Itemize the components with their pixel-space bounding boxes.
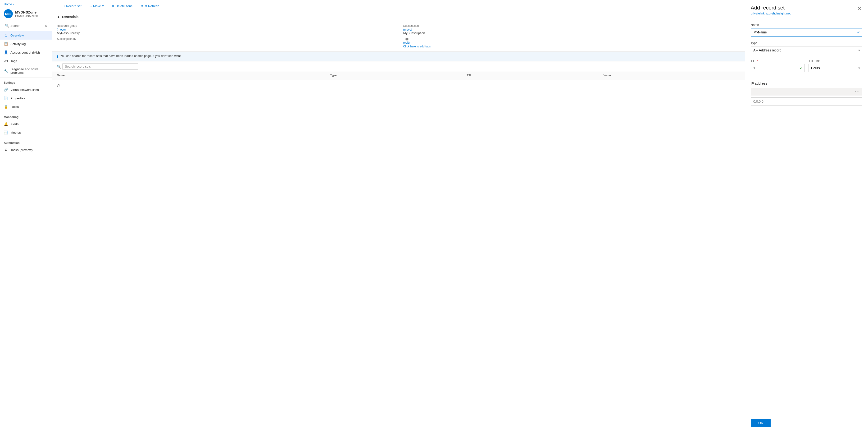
panel-body: Name ✓ Type A – Address record AAAA – IP… [745, 18, 868, 414]
virtual-network-icon: 🔗 [4, 88, 8, 92]
subscription-move-link[interactable]: (move) [403, 28, 412, 31]
move-button[interactable]: → Move ▾ [86, 2, 107, 9]
ip-address-input[interactable] [751, 97, 862, 105]
sidebar-item-iam[interactable]: 👤 Access control (IAM) [0, 48, 52, 57]
col-name: Name [57, 74, 330, 77]
activity-log-icon: 📋 [4, 42, 8, 46]
sidebar-header: DNS MYDNSZone Private DNS zone [0, 7, 52, 20]
ttl-unit-select-wrapper: Seconds Minutes Hours Days ▾ [808, 64, 863, 72]
name-input[interactable] [751, 28, 862, 36]
info-text: You can search for record sets that have… [60, 54, 181, 58]
monitoring-section-label: Monitoring [0, 112, 52, 120]
sidebar-item-label: Access control (IAM) [10, 51, 40, 54]
ip-toolbar-more-icon[interactable]: ··· [855, 89, 860, 94]
sidebar-item-label: Tags [10, 59, 17, 63]
search-record-icon: 🔍 [57, 65, 61, 68]
essentials-header[interactable]: ▲ Essentials [52, 12, 745, 21]
sidebar-item-diagnose[interactable]: 🔧 Diagnose and solve problems [0, 65, 52, 76]
ttl-unit-col: TTL unit Seconds Minutes Hours Days ▾ [808, 59, 863, 77]
subscription-value: MySubscription [403, 31, 740, 35]
ok-button[interactable]: OK [751, 419, 771, 427]
tags-label: Tags [403, 37, 740, 40]
sidebar-item-metrics[interactable]: 📊 Metrics [0, 128, 52, 137]
col-ttl: TTL [467, 74, 603, 77]
info-bar: ℹ You can search for record sets that ha… [52, 52, 745, 61]
sidebar-nav: ⬡ Overview 📋 Activity log 👤 Access contr… [0, 31, 52, 431]
resource-group-value: MyResourceGrp [57, 31, 394, 35]
sidebar: Home › DNS MYDNSZone Private DNS zone 🔍 … [0, 0, 52, 431]
subscription-label: Subscription [403, 24, 740, 28]
breadcrumb[interactable]: Home › [0, 0, 52, 7]
resource-group-label: Resource group [57, 24, 394, 28]
ip-toolbar: ··· [751, 88, 862, 96]
type-label: Type [751, 41, 862, 45]
search-input[interactable] [10, 24, 43, 28]
type-select[interactable]: A – Address record AAAA – IPv6 address r… [751, 46, 862, 54]
record-set-button[interactable]: + + Record set [57, 3, 85, 9]
name-checkmark-icon: ✓ [857, 30, 860, 35]
ttl-input[interactable] [751, 64, 805, 72]
iam-icon: 👤 [4, 50, 8, 55]
home-link[interactable]: Home [4, 2, 12, 6]
panel-header: Add record set privatelink.azurehdinsigh… [745, 0, 868, 18]
refresh-icon: ↻ [140, 4, 143, 8]
tags-edit-link[interactable]: (edit) [403, 41, 410, 44]
overview-icon: ⬡ [4, 33, 8, 37]
refresh-button[interactable]: ↻ ↻ Refresh [137, 2, 162, 9]
resource-subtitle: Private DNS zone [15, 14, 38, 18]
search-icon: 🔍 [5, 24, 9, 28]
avatar: DNS [4, 9, 13, 18]
ip-address-group: IP address ··· [751, 82, 862, 105]
sidebar-item-label: Locks [10, 105, 19, 109]
ttl-unit-select[interactable]: Seconds Minutes Hours Days [808, 64, 863, 72]
sidebar-item-label: Diagnose and solve problems [10, 67, 48, 74]
sidebar-item-label: Virtual network links [10, 88, 39, 92]
collapse-button[interactable]: « [45, 24, 47, 28]
table-header: Name Type TTL Value [52, 72, 745, 80]
sidebar-item-properties[interactable]: 📄 Properties [0, 94, 52, 102]
tasks-icon: ⚙ [4, 148, 8, 152]
sidebar-search-wrapper: 🔍 « [3, 22, 49, 29]
record-search-input[interactable] [62, 63, 138, 70]
locks-icon: 🔒 [4, 104, 8, 109]
sidebar-item-virtual-network-links[interactable]: 🔗 Virtual network links [0, 85, 52, 94]
tags-item: Tags (edit) Click here to add tags [403, 37, 740, 48]
right-panel: Add record set privatelink.azurehdinsigh… [745, 0, 868, 431]
essentials-label: Essentials [62, 15, 79, 19]
sidebar-item-overview[interactable]: ⬡ Overview [0, 31, 52, 39]
resource-group-item: Resource group (move) MyResourceGrp [57, 24, 394, 35]
sidebar-item-label: Activity log [10, 42, 26, 46]
sidebar-item-locks[interactable]: 🔒 Locks [0, 102, 52, 111]
sidebar-item-label: Tasks (preview) [10, 148, 33, 152]
main-content: + + Record set → Move ▾ 🗑 Delete zone ↻ … [52, 0, 745, 431]
sidebar-item-activity-log[interactable]: 📋 Activity log [0, 39, 52, 48]
panel-close-button[interactable]: ✕ [857, 5, 862, 12]
ttl-input-wrapper: ✓ [751, 64, 805, 72]
col-type: Type [330, 74, 467, 77]
name-label: Name [751, 23, 862, 27]
properties-icon: 📄 [4, 96, 8, 100]
sidebar-item-tags[interactable]: 🏷 Tags [0, 57, 52, 65]
sidebar-item-alerts[interactable]: 🔔 Alerts [0, 120, 52, 128]
sidebar-item-tasks[interactable]: ⚙ Tasks (preview) [0, 146, 52, 154]
ttl-unit-label: TTL unit [808, 59, 863, 63]
automation-section-label: Automation [0, 138, 52, 146]
resource-group-move-link[interactable]: (move) [57, 28, 66, 31]
name-input-wrapper: ✓ [751, 28, 862, 36]
delete-zone-button[interactable]: 🗑 Delete zone [108, 3, 136, 9]
metrics-icon: 📊 [4, 130, 8, 135]
breadcrumb-separator: › [13, 2, 14, 6]
toolbar: + + Record set → Move ▾ 🗑 Delete zone ↻ … [52, 0, 745, 12]
row-name: @ [57, 84, 60, 87]
tags-add-link[interactable]: Click here to add tags [403, 45, 431, 48]
type-select-wrapper: A – Address record AAAA – IPv6 address r… [751, 46, 862, 54]
sidebar-item-label: Overview [10, 34, 24, 37]
add-icon: + [60, 4, 62, 8]
panel-subtitle: privatelink.azurehdinsight.net [751, 11, 790, 15]
panel-footer: OK [745, 414, 868, 431]
table-row[interactable]: @ [57, 82, 740, 89]
record-search-wrapper: 🔍 [52, 61, 745, 72]
panel-title: Add record set [751, 5, 790, 11]
alerts-icon: 🔔 [4, 122, 8, 126]
subscription-id-item: Subscription ID [57, 37, 394, 48]
